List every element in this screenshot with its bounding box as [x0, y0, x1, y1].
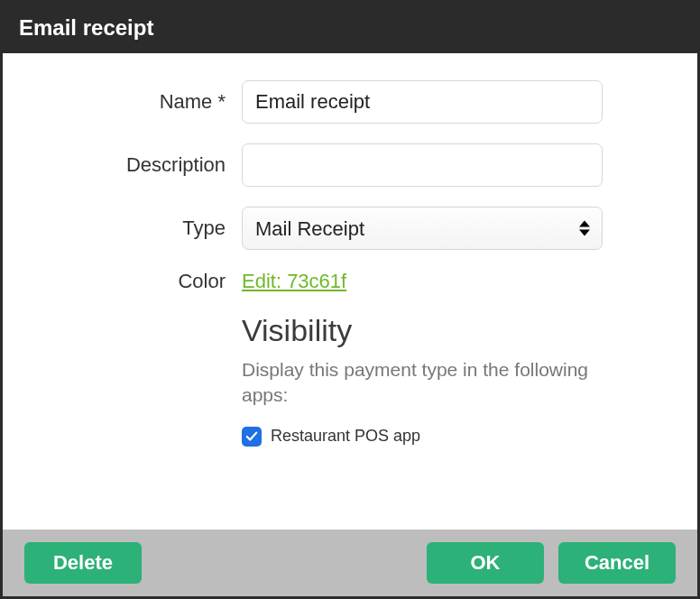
row-description: Description	[39, 143, 661, 187]
ok-button[interactable]: OK	[427, 542, 544, 584]
delete-button[interactable]: Delete	[24, 542, 142, 584]
row-name: Name *	[39, 80, 661, 124]
visibility-checkbox[interactable]	[242, 427, 262, 447]
row-color: Color Edit: 73c61f	[39, 270, 661, 293]
row-type: Type Mail Receipt	[39, 207, 661, 250]
type-label: Type	[39, 217, 242, 240]
checkmark-icon	[245, 430, 258, 443]
dialog-content: Name * Description Type Mail Receipt	[3, 53, 697, 530]
description-input[interactable]	[242, 143, 603, 187]
visibility-option-row: Restaurant POS app	[242, 427, 661, 447]
cancel-button[interactable]: Cancel	[558, 542, 676, 584]
description-label: Description	[39, 153, 242, 177]
row-visibility: Visibility Display this payment type in …	[39, 313, 661, 447]
dialog-footer: Delete OK Cancel	[3, 530, 697, 596]
color-edit-link[interactable]: Edit: 73c61f	[242, 270, 346, 292]
name-input[interactable]	[242, 80, 603, 124]
type-select[interactable]: Mail Receipt	[242, 207, 603, 250]
visibility-option-label: Restaurant POS app	[271, 427, 420, 446]
dialog: Email receipt Name * Description Type Ma…	[0, 0, 700, 599]
dialog-title: Email receipt	[3, 3, 697, 53]
visibility-heading: Visibility	[242, 313, 661, 348]
visibility-description: Display this payment type in the followi…	[242, 357, 630, 409]
name-label: Name *	[39, 90, 242, 114]
color-label: Color	[39, 270, 242, 293]
